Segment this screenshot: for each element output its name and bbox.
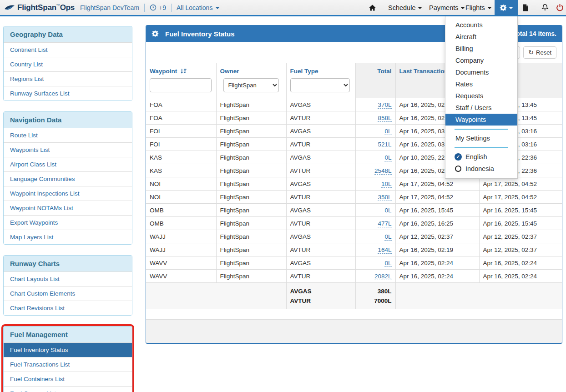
sidebar-item-regions-list[interactable]: Regions List [4,71,132,86]
sidebar-item-continent-list[interactable]: Continent List [4,42,132,57]
notifications-button[interactable] [541,0,549,15]
totals-fuel-label: AVGAS [290,286,352,296]
language-label: English [465,152,487,161]
fuel-type-filter-select[interactable] [290,78,350,92]
total-quantity-link[interactable]: 164L [378,246,391,254]
app-logo[interactable]: FlightSpan™Ops [4,3,75,12]
menu-item-documents[interactable]: Documents [445,66,517,78]
sidebar-item-map-layers-list[interactable]: Map Layers List [4,230,132,244]
sidebar-item-waypoint-inspections-list[interactable]: Waypoint Inspections List [4,186,132,201]
total-quantity-link[interactable]: 350L [378,194,391,201]
total-quantity-link[interactable]: 477L [378,220,391,227]
cell-owner: FlightSpan [216,164,286,177]
total-quantity-link[interactable]: 2548L [374,167,392,175]
menu-flights[interactable]: Flights [465,0,491,15]
total-quantity-link[interactable]: 0L [384,260,391,267]
sidebar-item-fuel-owners-list[interactable]: Fuel Owners List [4,386,132,392]
power-icon [556,4,564,11]
total-quantity-link[interactable]: 0L [384,207,391,214]
cell-owner: FlightSpan [216,217,286,230]
sidebar-item-waypoint-notams-list[interactable]: Waypoint NOTAMs List [4,201,132,215]
sidebar-item-chart-layouts-list[interactable]: Chart Layouts List [4,271,132,286]
cell-last-reading: Apr 16, 2025, 02:24 [479,270,562,283]
column-header-fuel-type[interactable]: Fuel Type [286,63,355,76]
cell-last-transaction: Apr 16, 2025, 02:19 [395,243,479,256]
sidebar-panel-title: Fuel Management [4,327,132,342]
total-quantity-link[interactable]: 0L [384,154,391,161]
cell-last-transaction: Apr 17, 2025, 04:52 [395,177,479,191]
menu-divider [455,129,508,130]
language-option-english[interactable]: ✓English [445,151,517,163]
cell-owner: FlightSpan [216,270,286,283]
table-row: OMBFlightSpanAVGAS0LApr 16, 2025, 15:45A… [146,204,562,217]
menu-item-waypoints[interactable]: Waypoints [445,114,517,126]
total-quantity-link[interactable]: 858L [378,115,391,122]
column-header-owner[interactable]: Owner [216,63,286,76]
total-quantity-link[interactable]: 0L [384,128,391,135]
cell-last-transaction: Apr 16, 2025, 02:24 [395,270,479,283]
documents-button[interactable] [522,0,529,15]
total-quantity-link[interactable]: 521L [378,141,391,148]
menu-schedule[interactable]: Schedule [388,0,422,15]
cell-owner: FlightSpan [216,204,286,217]
sidebar-item-chart-custom-elements[interactable]: Chart Custom Elements [4,286,132,301]
menu-item-billing[interactable]: Billing [445,43,517,55]
sidebar-item-route-list[interactable]: Route List [4,128,132,142]
cell-total: 370L [355,98,395,111]
menu-item-company[interactable]: Company [445,55,517,66]
waypoint-filter-input[interactable] [150,78,212,92]
cell-owner: FlightSpan [216,138,286,151]
cell-waypoint: OMB [146,204,216,217]
cell-last-reading: Apr 12, 2025, 02:37 [479,230,562,243]
menu-payments[interactable]: Payments [429,0,465,15]
chevron-down-icon [418,7,422,9]
cell-total: 164L [355,243,395,256]
total-quantity-link[interactable]: 10L [381,181,392,188]
sidebar-item-fuel-transactions-list[interactable]: Fuel Transactions List [4,357,132,372]
menu-item-my-settings[interactable]: My Settings [445,132,517,144]
cell-fuel-type: AVGAS [286,256,355,270]
totals-empty-cell [146,283,286,310]
sidebar-item-chart-revisions-list[interactable]: Chart Revisions List [4,301,132,315]
sidebar-item-airport-class-list[interactable]: Airport Class List [4,157,132,171]
gear-icon[interactable] [152,30,159,37]
menu-item-requests[interactable]: Requests [445,90,517,102]
menu-item-aircraft[interactable]: Aircraft [445,31,517,43]
menu-divider [455,147,508,148]
settings-menu-button[interactable] [495,0,518,15]
menu-item-accounts[interactable]: Accounts [445,19,517,31]
column-header-waypoint[interactable]: Waypoint [146,63,216,76]
cell-total: 521L [355,138,395,151]
menu-item-staff-users[interactable]: Staff / Users [445,102,517,114]
total-quantity-link[interactable]: 370L [378,101,391,109]
language-option-indonesia[interactable]: Indonesia [445,163,517,175]
home-button[interactable] [369,0,376,15]
timezone-indicator[interactable]: +9 [150,4,166,11]
sidebar-item-waypoints-list[interactable]: Waypoints List [4,142,132,157]
filter-cell-fuel-type [286,76,355,98]
sidebar-item-runway-surfaces-list[interactable]: Runway Surfaces List [4,86,132,101]
total-quantity-link[interactable]: 2082L [374,273,392,280]
cell-waypoint: NOI [146,177,216,191]
sidebar-item-language-communities[interactable]: Language Communities [4,171,132,186]
sidebar-panel-title: Runway Charts [4,256,132,271]
cell-total: 2082L [355,270,395,283]
cell-last-transaction: Apr 17, 2025, 04:52 [395,191,479,204]
settings-dropdown-menu: AccountsAircraftBillingCompanyDocumentsR… [445,16,518,179]
reset-button[interactable]: ↻ Reset [523,46,556,59]
column-header-total[interactable]: Total [355,63,395,76]
logout-button[interactable] [556,0,564,15]
sidebar-item-country-list[interactable]: Country List [4,57,132,71]
total-quantity-link[interactable]: 0L [384,233,391,241]
sidebar-item-fuel-containers-list[interactable]: Fuel Containers List [4,372,132,386]
sidebar-item-fuel-inventory-status[interactable]: Fuel Inventory Status [4,342,132,357]
cell-waypoint: FOI [146,125,216,138]
home-icon [369,4,376,11]
sort-icon [180,68,187,74]
menu-item-rates[interactable]: Rates [445,78,517,90]
owner-filter-select[interactable]: FlightSpan [223,78,279,92]
location-dropdown[interactable]: All Locations [177,4,219,11]
file-icon [522,4,529,11]
sidebar-item-export-waypoints[interactable]: Export Waypoints [4,215,132,230]
cell-owner: FlightSpan [216,243,286,256]
